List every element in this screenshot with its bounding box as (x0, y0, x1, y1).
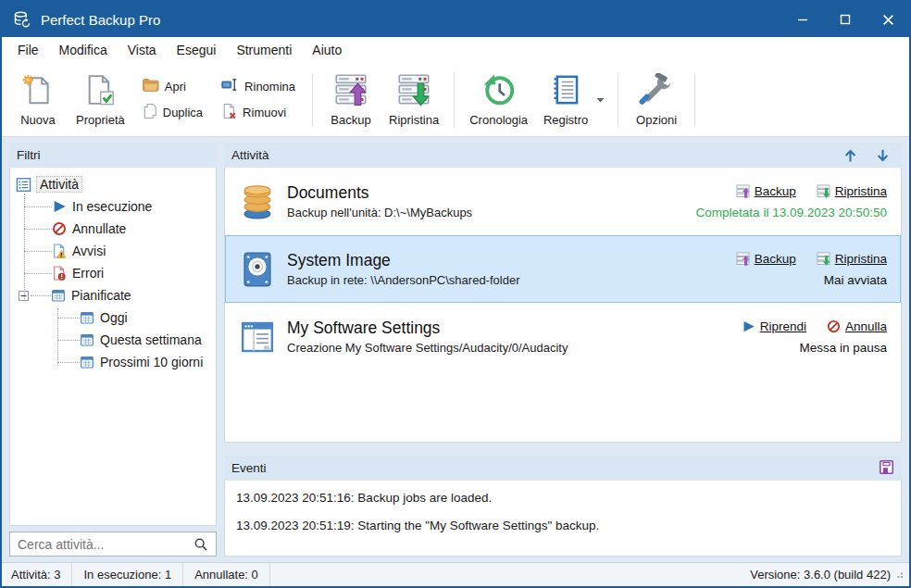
calendar-icon (80, 310, 94, 325)
restore-link[interactable]: Ripristina (817, 252, 887, 266)
filter-annullate[interactable]: Annullate (10, 218, 216, 240)
task-name: System Image (287, 251, 736, 270)
task-row-my-software-settings[interactable]: My Software Settings Creazione My Softwa… (225, 303, 901, 370)
backup-link[interactable]: Backup (736, 184, 796, 198)
filter-label: Attività (37, 177, 81, 192)
save-log-icon[interactable] (879, 459, 894, 478)
tasks-list: Documents Backup nell'unità: D:\~\MyBack… (224, 168, 902, 443)
content-area: Filtri Attività (2, 137, 909, 562)
history-button[interactable]: Cronologia (462, 69, 535, 131)
log-dropdown-button[interactable] (591, 94, 610, 106)
filter-avvisi[interactable]: Avvisi (10, 240, 216, 262)
log-button[interactable]: Registro (535, 69, 596, 131)
play-icon (742, 319, 755, 333)
status-running-count: In esecuzione: 1 (72, 563, 183, 586)
task-status: Mai avviata (824, 273, 887, 287)
cancel-icon (827, 319, 841, 333)
status-bar: Attività: 3 In esecuzione: 1 Annullate: … (2, 562, 909, 586)
calendar-icon (80, 355, 94, 369)
folder-icon (142, 77, 159, 95)
rename-button[interactable]: Rinomina (218, 75, 299, 97)
menu-file[interactable]: File (7, 39, 49, 61)
events-panel-title: Eventi (231, 461, 267, 475)
filter-errori[interactable]: Errori (10, 262, 216, 284)
properties-button[interactable]: Proprietà (69, 69, 132, 131)
duplicate-button[interactable]: Duplica (138, 101, 206, 124)
filter-label: Pianificate (71, 288, 131, 303)
window-controls (781, 2, 909, 37)
event-entry: 13.09.2023 20:51:19: Starting the "My So… (236, 512, 890, 540)
menu-vista[interactable]: Vista (118, 39, 167, 61)
filter-attivita[interactable]: Attività (10, 173, 216, 195)
status-tasks-count: Attività: 3 (2, 563, 72, 586)
move-down-icon[interactable] (875, 147, 891, 164)
move-up-icon[interactable] (842, 147, 858, 164)
task-status: Completata il 13.09.2023 20:50:50 (696, 206, 887, 219)
minimize-button[interactable] (781, 2, 824, 37)
filter-oggi[interactable]: Oggi (10, 307, 216, 329)
backup-link[interactable]: Backup (736, 252, 796, 266)
toolbar-separator (454, 73, 455, 127)
task-name: Documents (287, 183, 696, 203)
restore-link[interactable]: Ripristina (817, 184, 887, 198)
new-task-button[interactable]: Nuova (7, 69, 69, 131)
title-bar: Perfect Backup Pro (2, 2, 909, 37)
menu-bar: File Modifica Vista Esegui Strumenti Aiu… (2, 37, 909, 63)
play-icon (52, 199, 67, 214)
cancel-link[interactable]: Annulla (827, 319, 887, 333)
duplicate-label: Duplica (163, 106, 203, 119)
maximize-button[interactable] (824, 2, 867, 37)
menu-esegui[interactable]: Esegui (167, 39, 227, 61)
resume-link[interactable]: Riprendi (742, 319, 806, 333)
remove-label: Rimuovi (243, 106, 286, 119)
task-row-system-image[interactable]: System Image Backup in rete: \\AndersonP… (225, 235, 901, 303)
copy-icon (142, 103, 157, 122)
search-icon[interactable] (193, 537, 208, 552)
search-input[interactable] (18, 537, 193, 552)
server-down-icon (817, 252, 830, 266)
filter-questa-settimana[interactable]: Questa settimana (10, 329, 216, 351)
panel-splitter[interactable] (224, 443, 902, 456)
new-task-label: Nuova (20, 113, 56, 127)
tree-connector-line (57, 308, 58, 366)
server-up-icon (736, 184, 750, 198)
restore-button[interactable]: Ripristina (381, 69, 446, 131)
filter-pianificate[interactable]: Pianificate (10, 284, 216, 307)
task-description: Backup nell'unità: D:\~\MyBackups (287, 206, 696, 219)
error-document-icon (52, 266, 67, 281)
main-column: Attività (224, 143, 902, 557)
options-button[interactable]: Opzioni (626, 69, 687, 131)
server-down-icon (817, 184, 830, 198)
resize-grip[interactable] (894, 568, 904, 582)
events-log: 13.09.2023 20:51:16: Backup jobs are loa… (224, 481, 902, 557)
menu-aiuto[interactable]: Aiuto (302, 39, 352, 61)
menu-modifica[interactable]: Modifica (49, 39, 118, 61)
server-restore-icon (397, 73, 431, 110)
server-backup-icon (334, 73, 368, 110)
close-button[interactable] (867, 2, 909, 37)
calendar-icon (80, 332, 94, 347)
history-icon (482, 73, 516, 110)
restore-label: Ripristina (389, 113, 439, 127)
filter-in-esecuzione[interactable]: In esecuzione (10, 195, 216, 218)
filter-label: In esecuzione (72, 199, 152, 214)
chevron-down-icon (596, 97, 605, 103)
task-description: Backup in rete: \\AndersonPC\shared-fold… (287, 273, 736, 287)
task-row-documents[interactable]: Documents Backup nell'unità: D:\~\MyBack… (225, 168, 901, 235)
filter-prossimi-10-giorni[interactable]: Prossimi 10 giorni (10, 351, 216, 373)
task-name: My Software Settings (287, 319, 742, 338)
menu-strumenti[interactable]: Strumenti (226, 39, 302, 61)
filters-sidebar: Filtri Attività (9, 143, 217, 557)
open-button[interactable]: Apri (138, 75, 206, 97)
events-panel-header: Eventi (224, 456, 902, 481)
app-window-icon (239, 319, 276, 355)
remove-button[interactable]: Rimuovi (218, 101, 299, 124)
log-label: Registro (543, 113, 588, 127)
filters-header: Filtri (9, 143, 217, 168)
task-status: Messa in pausa (799, 341, 887, 355)
filter-label: Errori (72, 266, 104, 281)
backup-button[interactable]: Backup (320, 69, 381, 131)
status-cancelled-count: Annullate: 0 (183, 563, 270, 586)
document-check-icon (84, 73, 116, 110)
rename-label: Rinomina (244, 80, 295, 94)
